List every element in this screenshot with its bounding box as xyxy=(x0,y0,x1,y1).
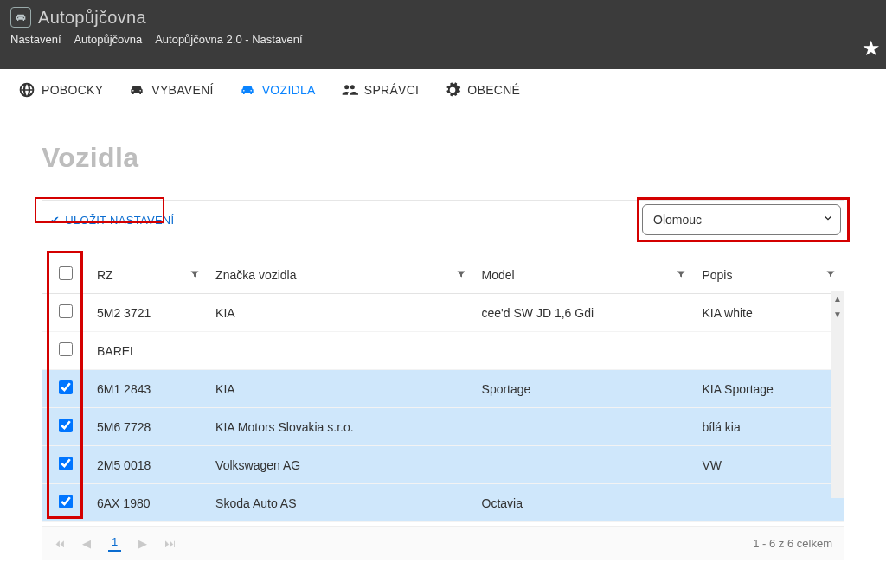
grid-body: 5M2 3721 KIA cee'd SW JD 1,6 Gdi KIA whi… xyxy=(42,294,844,522)
gear-icon xyxy=(443,81,462,99)
tab-vybaveni[interactable]: VYBAVENÍ xyxy=(127,81,213,99)
filter-icon[interactable] xyxy=(676,268,686,282)
row-checkbox[interactable] xyxy=(59,419,73,432)
tab-obecne[interactable]: OBECNÉ xyxy=(443,81,520,99)
cell-model xyxy=(475,332,696,370)
filter-icon[interactable] xyxy=(825,268,836,282)
topbar: Autopůjčovna Nastavení Autopůjčovna Auto… xyxy=(0,0,886,69)
pager-current-page[interactable]: 1 xyxy=(108,535,121,552)
table-row[interactable]: 5M6 7728 KIA Motors Slovakia s.r.o. bílá… xyxy=(42,408,844,446)
vertical-scrollbar[interactable]: ▲ ▼ xyxy=(831,291,844,498)
scroll-up-icon[interactable]: ▲ xyxy=(831,291,844,306)
cell-rz: 5M2 3721 xyxy=(90,294,209,332)
pager-prev-icon[interactable]: ◀ xyxy=(82,537,91,550)
select-all-checkbox[interactable] xyxy=(59,266,73,280)
column-label: RZ xyxy=(97,268,113,282)
table-row[interactable]: 5M2 3721 KIA cee'd SW JD 1,6 Gdi KIA whi… xyxy=(42,294,844,332)
grid-wrap: RZ Značka vozidla Model Popis xyxy=(42,256,844,522)
row-checkbox[interactable] xyxy=(59,304,73,318)
pager-summary: 1 - 6 z 6 celkem xyxy=(753,537,832,550)
filter-icon[interactable] xyxy=(456,268,466,282)
table-row[interactable]: 6AX 1980 Skoda Auto AS Octavia xyxy=(42,484,844,522)
grid-header-row: RZ Značka vozidla Model Popis xyxy=(42,256,844,294)
cell-desc: bílá kia xyxy=(695,408,844,446)
grid-header-desc[interactable]: Popis xyxy=(695,256,844,294)
cell-desc: KIA Sportage xyxy=(695,370,844,408)
save-settings-label: ULOŽIT NASTAVENÍ xyxy=(65,214,174,227)
tab-label: VOZIDLA xyxy=(262,83,316,97)
tab-label: VYBAVENÍ xyxy=(151,83,213,97)
tab-label: OBECNÉ xyxy=(467,83,520,97)
cell-rz: BAREL xyxy=(90,332,209,370)
cell-rz: 5M6 7728 xyxy=(90,408,209,446)
branch-select-wrap: Olomouc xyxy=(642,204,844,235)
breadcrumb-item[interactable]: Nastavení xyxy=(10,33,61,46)
pager-first-icon[interactable]: ⏮ xyxy=(54,537,65,550)
row-checkbox[interactable] xyxy=(59,342,73,356)
row-checkbox[interactable] xyxy=(59,495,73,508)
favorite-star-icon[interactable]: ★ xyxy=(862,36,881,61)
breadcrumb-item[interactable]: Autopůjčovna 2.0 - Nastavení xyxy=(155,33,303,46)
car-icon xyxy=(238,81,257,99)
cell-desc: KIA white xyxy=(695,294,844,332)
column-label: Model xyxy=(482,268,515,282)
grid-header-checkbox xyxy=(42,256,90,294)
toolbar: ✔ ULOŽIT NASTAVENÍ Olomouc xyxy=(42,200,844,235)
tab-label: POBOCKY xyxy=(42,83,103,97)
cell-brand: Skoda Auto AS xyxy=(209,484,474,522)
grid-header-rz[interactable]: RZ xyxy=(90,256,209,294)
grid-header-model[interactable]: Model xyxy=(475,256,696,294)
check-icon: ✔ xyxy=(50,214,60,227)
people-icon xyxy=(340,81,359,99)
car-icon xyxy=(127,81,146,99)
row-checkbox[interactable] xyxy=(59,457,73,470)
pager-nav: ⏮ ◀ 1 ▶ ⏭ xyxy=(54,535,176,552)
globe-icon xyxy=(17,81,36,99)
column-label: Značka vozidla xyxy=(215,268,296,282)
cell-desc xyxy=(695,484,844,522)
cell-desc xyxy=(695,332,844,370)
page-title: Vozidla xyxy=(42,142,844,174)
filter-icon[interactable] xyxy=(189,268,200,282)
row-checkbox[interactable] xyxy=(59,380,73,394)
content-area: Vozidla ✔ ULOŽIT NASTAVENÍ Olomouc xyxy=(0,107,886,560)
scroll-down-icon[interactable]: ▼ xyxy=(831,306,844,322)
cell-model: cee'd SW JD 1,6 Gdi xyxy=(475,294,696,332)
cell-model xyxy=(475,446,696,484)
save-settings-button[interactable]: ✔ ULOŽIT NASTAVENÍ xyxy=(42,207,183,233)
breadcrumb: Nastavení Autopůjčovna Autopůjčovna 2.0 … xyxy=(10,33,876,46)
cell-rz: 6AX 1980 xyxy=(90,484,209,522)
cell-rz: 2M5 0018 xyxy=(90,446,209,484)
app-logo-icon xyxy=(10,7,31,28)
table-row[interactable]: BAREL xyxy=(42,332,844,370)
cell-brand xyxy=(209,332,474,370)
tab-spravci[interactable]: SPRÁVCI xyxy=(340,81,420,99)
cell-desc: VW xyxy=(695,446,844,484)
app-title: Autopůjčovna xyxy=(38,8,146,28)
vehicles-grid: RZ Značka vozidla Model Popis xyxy=(42,256,844,522)
cell-brand: Volkswagen AG xyxy=(209,446,474,484)
cell-brand: KIA Motors Slovakia s.r.o. xyxy=(209,408,474,446)
tab-label: SPRÁVCI xyxy=(364,83,420,97)
tab-pobocky[interactable]: POBOCKY xyxy=(17,81,103,99)
grid-header-brand[interactable]: Značka vozidla xyxy=(209,256,474,294)
cell-model xyxy=(475,408,696,446)
cell-model: Octavia xyxy=(475,484,696,522)
cell-brand: KIA xyxy=(209,294,474,332)
breadcrumb-item[interactable]: Autopůjčovna xyxy=(74,33,142,46)
cell-brand: KIA xyxy=(209,370,474,408)
table-row[interactable]: 6M1 2843 KIA Sportage KIA Sportage xyxy=(42,370,844,408)
branch-select[interactable]: Olomouc xyxy=(642,204,841,235)
column-label: Popis xyxy=(702,268,732,282)
pager-last-icon[interactable]: ⏭ xyxy=(164,537,176,550)
pager-next-icon[interactable]: ▶ xyxy=(138,537,147,550)
cell-model: Sportage xyxy=(475,370,696,408)
grid-pager: ⏮ ◀ 1 ▶ ⏭ 1 - 6 z 6 celkem xyxy=(42,526,844,560)
table-row[interactable]: 2M5 0018 Volkswagen AG VW xyxy=(42,446,844,484)
tab-bar: POBOCKY VYBAVENÍ VOZIDLA SPRÁVCI OBECNÉ xyxy=(0,69,886,107)
cell-rz: 6M1 2843 xyxy=(90,370,209,408)
tab-vozidla[interactable]: VOZIDLA xyxy=(238,81,316,99)
